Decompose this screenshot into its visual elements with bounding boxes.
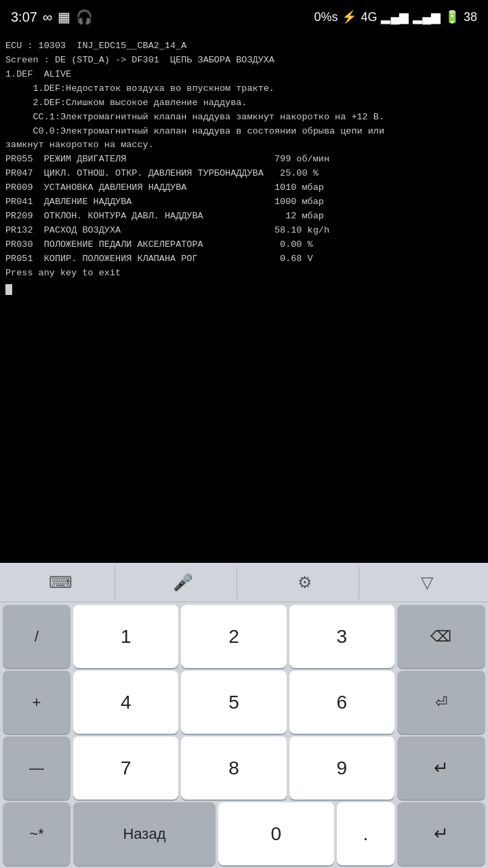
terminal-line: PR047 ЦИКЛ. ОТНОШ. ОТКР. ДАВЛЕНИЯ ТУРБОН… <box>5 167 483 181</box>
terminal-line: Screen : DE (STD_A) -> DF301 ЦЕПЬ ЗАБОРА… <box>5 54 483 68</box>
key-3[interactable]: 3 <box>289 605 394 668</box>
key-2[interactable]: 2 <box>181 605 286 668</box>
terminal-line: ECU : 10303 INJ_EDC15__CBA2_14_A <box>5 39 483 54</box>
bluetooth-icon: ⚡ <box>342 9 357 24</box>
terminal-line: PR051 КОПИР. ПОЛОЖЕНИЯ КЛАПАНА РОГ 0.68 … <box>5 252 483 267</box>
terminal-line: 1.DEF ALIVE <box>5 68 483 82</box>
status-time: 3:07 <box>11 9 37 25</box>
status-right: 0%s ⚡ 4G ▂▄▆ ▂▄▆ 🔋 38 <box>314 9 477 24</box>
key-row-2: + 4 5 6 ⏎ <box>3 671 485 734</box>
chevron-down-icon: ▽ <box>421 573 433 592</box>
key-rows: / 1 2 3 ⌫ + 4 5 6 ⏎ — 7 8 9 ↵ ~* Назад 0… <box>0 602 488 868</box>
key-4[interactable]: 4 <box>73 671 178 734</box>
key-7[interactable]: 7 <box>73 736 178 800</box>
terminal-line: Press any key to exit <box>5 267 483 281</box>
signal-bars2-icon: ▂▄▆ <box>413 9 441 24</box>
return-key[interactable]: ↵ <box>397 736 485 800</box>
terminal-line: PR132 РАСХОД ВОЗДУХА 58.10 kg/h <box>5 224 483 238</box>
battery-level: 38 <box>464 10 477 24</box>
key-6[interactable]: 6 <box>289 671 394 734</box>
terminal-line: PR041 ДАВЛЕНИЕ НАДДУВА 1000 мбар <box>5 195 483 210</box>
terminal-line: PR055 РЕЖИМ ДВИГАТЕЛЯ 799 об/мин <box>5 153 483 167</box>
keyboard-toolbar: ⌨ 🎤 ⚙ ▽ <box>0 563 488 602</box>
key-row-1: / 1 2 3 ⌫ <box>3 605 485 668</box>
dot-key[interactable]: . <box>337 802 394 865</box>
signal-percent: 0%s <box>314 10 338 24</box>
return-arrow-key[interactable]: ↵ <box>397 802 485 865</box>
status-bar: 3:07 ∞ ▦ 🎧 0%s ⚡ 4G ▂▄▆ ▂▄▆ 🔋 38 <box>0 0 488 34</box>
back-label-key[interactable]: Назад <box>73 802 216 865</box>
infinity-icon: ∞ <box>43 9 52 25</box>
keyboard-layout-icon: ⌨ <box>49 573 73 592</box>
headphone-icon: 🎧 <box>76 9 93 25</box>
terminal-cursor <box>5 284 12 295</box>
terminal-display: ECU : 10303 INJ_EDC15__CBA2_14_AScreen :… <box>0 34 488 563</box>
network-4g-icon: 4G <box>361 10 377 24</box>
hide-keyboard-button[interactable]: ▽ <box>373 566 481 599</box>
tilde-star-key[interactable]: ~* <box>3 802 70 865</box>
key-1[interactable]: 1 <box>73 605 178 668</box>
keyboard-area: ⌨ 🎤 ⚙ ▽ / 1 2 3 ⌫ + 4 5 6 ⏎ — <box>0 563 488 868</box>
microphone-button[interactable]: 🎤 <box>129 566 237 599</box>
terminal-cursor-line <box>5 281 483 295</box>
signal-bars-icon: ▂▄▆ <box>381 9 409 24</box>
key-row-4: ~* Назад 0 . ↵ <box>3 802 485 865</box>
battery-icon: 🔋 <box>445 9 460 24</box>
minus-key[interactable]: — <box>3 736 70 800</box>
terminal-line: 1.DEF:Недостаток воздуха во впускном тра… <box>5 82 483 96</box>
enter-key-blank[interactable]: ⏎ <box>397 671 485 734</box>
settings-button[interactable]: ⚙ <box>251 566 359 599</box>
slash-key[interactable]: / <box>3 605 70 668</box>
terminal-line: 2.DEF:Слишком высокое давление наддува. <box>5 96 483 111</box>
terminal-line: PR009 УСТАНОВКА ДАВЛЕНИЯ НАДДУВА 1010 мб… <box>5 181 483 195</box>
key-0[interactable]: 0 <box>218 802 334 865</box>
microphone-icon: 🎤 <box>173 573 193 592</box>
key-row-3: — 7 8 9 ↵ <box>3 736 485 800</box>
terminal-line: замкнут накоротко на массу. <box>5 138 483 153</box>
settings-gear-icon: ⚙ <box>298 573 312 592</box>
terminal-line: CC.1:Электромагнитный клапан наддува зам… <box>5 111 483 125</box>
key-5[interactable]: 5 <box>181 671 286 734</box>
key-8[interactable]: 8 <box>181 736 286 800</box>
key-9[interactable]: 9 <box>289 736 394 800</box>
plus-key[interactable]: + <box>3 671 70 734</box>
keyboard-status-icon: ▦ <box>58 9 70 25</box>
status-left: 3:07 ∞ ▦ 🎧 <box>11 9 93 25</box>
terminal-line: PR030 ПОЛОЖЕНИЕ ПЕДАЛИ АКСЕЛЕРАТОРА 0.00… <box>5 238 483 252</box>
backspace-key[interactable]: ⌫ <box>397 605 485 668</box>
terminal-line: PR209 ОТКЛОН. КОНТУРА ДАВЛ. НАДДУВА 12 м… <box>5 210 483 224</box>
terminal-line: C0.0:Электромагнитный клапан наддува в с… <box>5 125 483 139</box>
keyboard-layout-button[interactable]: ⌨ <box>7 566 115 599</box>
